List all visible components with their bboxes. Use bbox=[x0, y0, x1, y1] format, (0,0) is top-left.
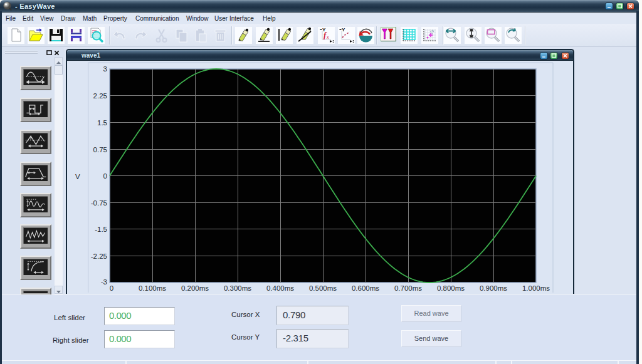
svg-text:-0.75: -0.75 bbox=[91, 199, 107, 207]
svg-text:3: 3 bbox=[103, 65, 107, 73]
svg-text:-2.25: -2.25 bbox=[91, 252, 107, 260]
svg-text:0.500ms: 0.500ms bbox=[309, 284, 337, 292]
svg-text:0: 0 bbox=[110, 284, 113, 292]
svg-text:0.75: 0.75 bbox=[93, 146, 107, 153]
svg-text:0.200ms: 0.200ms bbox=[181, 284, 209, 292]
svg-text:0: 0 bbox=[103, 172, 107, 180]
svg-text:0.400ms: 0.400ms bbox=[266, 284, 294, 292]
svg-text:0.300ms: 0.300ms bbox=[224, 284, 251, 292]
svg-text:2.25: 2.25 bbox=[93, 92, 107, 100]
svg-text:-3: -3 bbox=[101, 278, 107, 286]
svg-text:0.900ms: 0.900ms bbox=[480, 284, 507, 292]
svg-text:1.5: 1.5 bbox=[97, 119, 107, 127]
svg-text:x: x bbox=[326, 34, 329, 40]
svg-text:0.800ms: 0.800ms bbox=[437, 284, 465, 292]
svg-text:V: V bbox=[75, 173, 80, 180]
svg-text:0.700ms: 0.700ms bbox=[394, 284, 422, 292]
svg-text:-1.5: -1.5 bbox=[95, 226, 107, 233]
svg-text:0.100ms: 0.100ms bbox=[139, 284, 166, 292]
svg-text:0.600ms: 0.600ms bbox=[352, 284, 379, 292]
svg-text:Y: Y bbox=[342, 27, 345, 33]
svg-text:1.000ms: 1.000ms bbox=[522, 284, 550, 292]
